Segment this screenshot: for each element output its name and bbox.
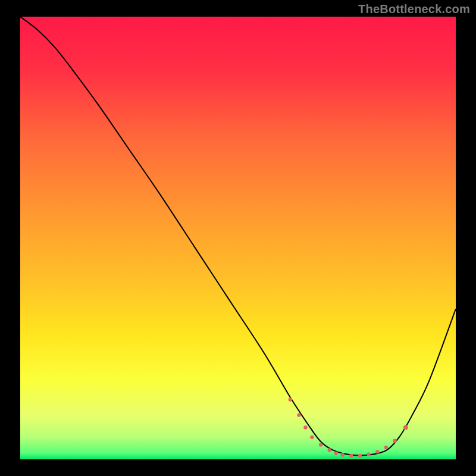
optimal-marker [340,453,344,456]
optimal-marker [310,436,314,439]
optimal-marker [303,425,307,429]
watermark-text: TheBottleneck.com [358,2,470,16]
optimal-marker [334,451,338,455]
optimal-marker [403,425,408,430]
optimal-marker [319,443,322,446]
gradient-background [20,17,456,459]
optimal-marker [358,454,362,458]
chart-plot-area [20,17,456,459]
optimal-marker [375,450,379,453]
optimal-marker [328,448,331,452]
optimal-marker [297,413,300,416]
optimal-marker [289,397,292,401]
chart-svg [20,17,456,459]
chart-frame: TheBottleneck.com [0,0,476,476]
optimal-marker [367,453,370,456]
optimal-marker [393,439,396,443]
optimal-marker [349,454,353,458]
optimal-marker [384,446,388,449]
